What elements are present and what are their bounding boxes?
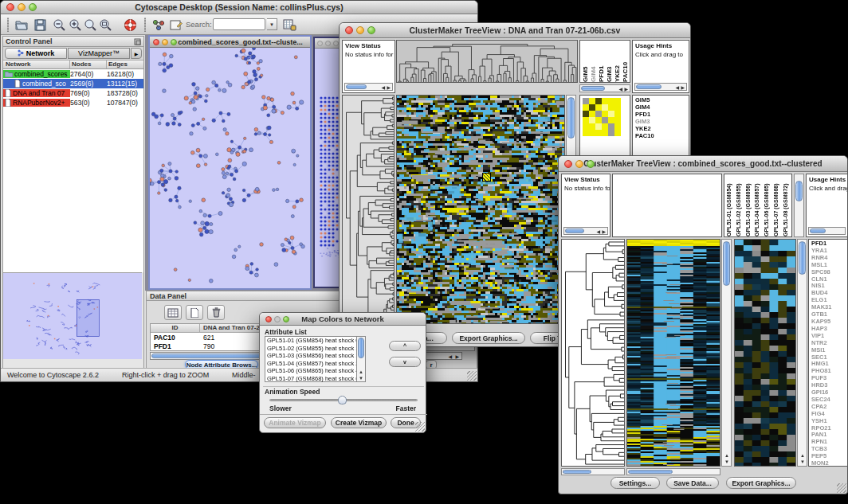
annotation-icon[interactable]	[168, 17, 184, 33]
column-dendrogram-panel[interactable]	[612, 174, 722, 237]
column-label[interactable]: GIM3	[606, 41, 614, 82]
view-status-hscrollbar[interactable]: ◀ ▶	[344, 83, 393, 91]
minimize-button[interactable]	[162, 39, 168, 45]
scroll-left-icon[interactable]: ◀	[381, 85, 385, 90]
scroll-up-icon[interactable]: ▲	[359, 369, 363, 374]
zoom-button[interactable]	[283, 316, 289, 322]
attribute-list-vscrollbar[interactable]: ▲ ▼	[356, 337, 365, 381]
zoom-in-icon[interactable]	[67, 17, 83, 33]
close-button[interactable]	[265, 316, 272, 322]
move-down-button[interactable]: v	[389, 357, 421, 367]
scroll-left-icon[interactable]: ◀	[448, 354, 452, 359]
animate-vizmap-button[interactable]: Animate Vizmap	[264, 417, 326, 428]
minimize-button[interactable]	[325, 41, 331, 46]
column-label[interactable]: GIM4	[590, 41, 598, 82]
column-label[interactable]: GPL51-04 (GSM857)	[753, 174, 763, 236]
zoom-fit-icon[interactable]	[97, 17, 113, 33]
network-window-1[interactable]: combined_scores_good.txt--cluste...	[148, 35, 312, 290]
resize-grip[interactable]	[467, 371, 477, 381]
delete-attribute-trash-icon[interactable]	[207, 305, 225, 320]
column-dendrogram-panel[interactable]	[396, 40, 578, 83]
minimize-button[interactable]	[18, 3, 26, 11]
mini-heatmap-cell[interactable]	[595, 104, 602, 111]
mini-heatmap-cell[interactable]	[589, 123, 595, 130]
heatmap-panel[interactable]	[626, 239, 720, 467]
usage-hints-hscrollbar[interactable]: ◀ ▶	[634, 83, 687, 91]
search-dropdown-icon[interactable]: ▼	[267, 18, 277, 30]
export-graphics-button[interactable]: Export Graphics...	[452, 332, 525, 344]
attribute-item[interactable]: GPL51-03 (GSM856) heat shock 15 min	[265, 352, 356, 360]
export-graphics-button[interactable]: Export Graphics...	[726, 477, 796, 489]
id-column-header[interactable]: ID	[151, 324, 200, 332]
main-titlebar[interactable]: Cytoscape Desktop (Session Name: collins…	[1, 1, 477, 14]
scroll-right-icon[interactable]: ▶	[681, 85, 685, 90]
mini-heatmap-cell[interactable]	[589, 98, 595, 104]
mini-heatmap-cell[interactable]	[595, 130, 602, 136]
mini-heatmap-cell[interactable]	[608, 117, 614, 123]
scroll-left-icon[interactable]: ◀	[675, 85, 679, 90]
treeview2-titlebar[interactable]: ClusterMaker TreeView : combined_scores_…	[559, 156, 847, 172]
mini-heatmap-cell[interactable]	[583, 104, 589, 111]
mini-heatmap-cell[interactable]	[589, 117, 595, 123]
zoom-selected-icon[interactable]	[82, 17, 98, 33]
attribute-table-icon[interactable]	[164, 305, 182, 320]
scroll-down-icon[interactable]: ▼	[359, 376, 363, 381]
mini-heatmap-cell[interactable]	[602, 117, 608, 123]
attribute-item[interactable]: GPL51-04 (GSM857) heat shock 20 min	[265, 360, 356, 368]
minimize-button[interactable]	[356, 26, 364, 34]
attribute-item[interactable]: GPL51-02 (GSM855) heat shock 10 min	[265, 345, 356, 353]
attribute-item[interactable]: GPL51-01 (GSM854) heat shock 05 min	[265, 337, 356, 345]
scroll-right-icon[interactable]: ▶	[455, 354, 459, 359]
mini-heatmap-cell[interactable]	[583, 98, 589, 104]
tab-overflow-arrow[interactable]: ▶	[131, 48, 142, 59]
scroll-down-icon[interactable]: ▼	[800, 459, 805, 464]
new-attribute-icon[interactable]	[186, 305, 203, 320]
mini-heatmap-cell[interactable]	[583, 111, 589, 117]
move-up-button[interactable]: ^	[389, 341, 421, 351]
column-labels-vscrollbar[interactable]	[794, 174, 804, 237]
mini-heatmap-cell[interactable]	[583, 130, 589, 136]
column-header-nodes[interactable]: Nodes	[70, 61, 107, 68]
resize-grip[interactable]	[837, 483, 846, 493]
minimize-button[interactable]	[575, 160, 583, 168]
mini-heatmap-cell[interactable]	[614, 98, 621, 104]
column-label[interactable]: YKE2	[614, 41, 622, 82]
mini-heatmap-cell[interactable]	[589, 104, 595, 111]
attribute-item[interactable]: GPL51-06 (GSM865) heat shock 40 min	[265, 367, 356, 375]
usage-hints-hscrollbar[interactable]	[808, 227, 846, 235]
birdseye-overview[interactable]	[3, 272, 142, 359]
row-dendrogram-panel[interactable]	[342, 95, 395, 324]
mini-heatmap-cell[interactable]	[608, 111, 614, 117]
heatmap-vscrollbar[interactable]: ▲ ▼	[721, 239, 732, 467]
resize-grip[interactable]	[415, 422, 425, 432]
close-button[interactable]	[345, 26, 353, 34]
mini-heatmap-cell[interactable]	[608, 98, 614, 104]
mini-heatmap-cell[interactable]	[608, 104, 614, 111]
settings-button[interactable]: Settings...	[610, 477, 660, 489]
save-icon[interactable]	[32, 17, 48, 33]
mini-heatmap-cell[interactable]	[602, 130, 608, 136]
mini-heatmap-cell[interactable]	[595, 111, 602, 117]
column-label[interactable]: GPL51-07 (GSM868)	[772, 174, 782, 236]
minimize-button[interactable]	[274, 316, 281, 322]
zoom-button[interactable]	[367, 26, 375, 34]
column-label[interactable]: GPL51-02 (GSM855)	[735, 174, 744, 236]
slider-thumb[interactable]	[338, 396, 347, 404]
heatmap-hscrollbar[interactable]	[626, 468, 720, 475]
mini-heatmap-cell[interactable]	[589, 130, 595, 136]
mini-heatmap-cell[interactable]	[602, 111, 608, 117]
mini-heatmap-cell[interactable]	[614, 130, 621, 136]
mini-heatmap-cell[interactable]	[595, 98, 602, 104]
column-label[interactable]: GPL51-03 (GSM856)	[744, 174, 754, 236]
similarity-mini-heatmap[interactable]	[583, 98, 621, 136]
scroll-right-icon[interactable]: ▶	[602, 229, 606, 234]
gene-list-vscrollbar[interactable]: ▲ ▼	[797, 239, 807, 467]
view-status-hscrollbar[interactable]: ◀ ▶	[563, 227, 608, 235]
scroll-down-icon[interactable]: ▼	[724, 459, 729, 464]
mini-heatmap-cell[interactable]	[614, 117, 621, 123]
float-panel-icon[interactable]	[134, 34, 141, 49]
column-label[interactable]: GIM5	[582, 41, 590, 82]
network-row[interactable]: combined_scores 2764(0) 16218(0)	[3, 69, 143, 79]
mini-heatmap-cell[interactable]	[614, 111, 621, 117]
scroll-right-icon[interactable]: ▶	[624, 87, 628, 92]
